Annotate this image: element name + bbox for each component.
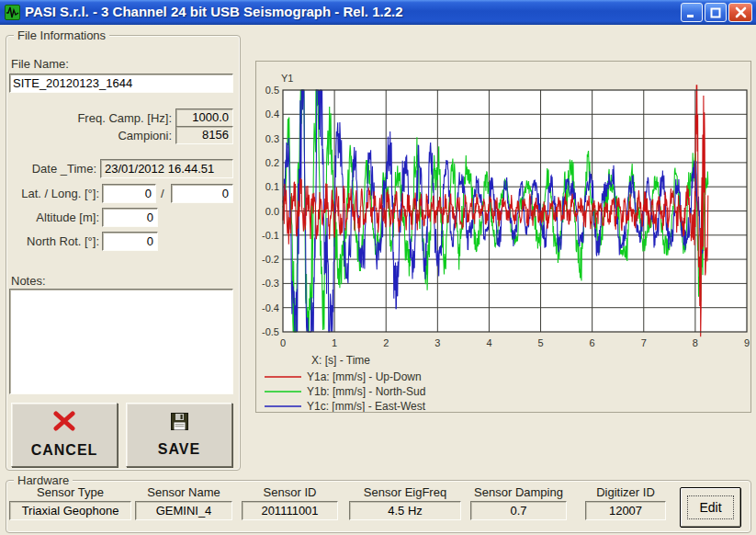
svg-text:0.0: 0.0 (265, 206, 279, 217)
svg-text:2: 2 (383, 337, 389, 348)
campioni-label: Campioni: (18, 129, 172, 142)
altitude-label: Altitude [m]: (0, 211, 99, 224)
sensor-damping-value: 0.7 (470, 501, 567, 520)
sensor-damping-label: Sensor Damping (470, 485, 567, 499)
maximize-button[interactable] (705, 3, 727, 22)
save-button-label: SAVE (158, 441, 200, 458)
longitude-input[interactable] (171, 184, 233, 203)
digitizer-id-label: Digitizer ID (585, 485, 666, 499)
sensor-name-label: Sensor Name (135, 485, 232, 499)
svg-text:7: 7 (641, 337, 647, 348)
sensor-name-value: GEMINI_4 (135, 501, 232, 520)
campioni-value: 8156 (175, 126, 233, 144)
freq-camp-label: Freq. Camp. [Hz]: (18, 111, 172, 125)
sensor-type-label: Sensor Type (9, 485, 131, 499)
cancel-button[interactable]: CANCEL (11, 403, 118, 467)
svg-text:-0.2: -0.2 (262, 254, 279, 265)
minimize-button[interactable] (681, 3, 703, 22)
svg-text:8: 8 (693, 337, 698, 348)
file-informations-title: File Informations (14, 28, 109, 42)
sensor-id-label: Sensor ID (242, 485, 338, 499)
svg-text:5: 5 (537, 337, 543, 348)
freq-camp-value: 1000.0 (175, 108, 233, 127)
svg-text:-0.4: -0.4 (262, 302, 279, 313)
lat-long-label: Lat. / Long. [°]: (0, 187, 99, 200)
notes-textarea[interactable] (9, 289, 233, 394)
altitude-input[interactable] (102, 208, 158, 227)
svg-text:Y1c: [mm/s] - East-West: Y1c: [mm/s] - East-West (307, 400, 426, 412)
svg-text:-0.1: -0.1 (262, 230, 279, 241)
svg-text:4: 4 (486, 337, 491, 348)
svg-text:0.1: 0.1 (265, 181, 279, 192)
sensor-id-value: 201111001 (242, 501, 338, 520)
svg-text:9: 9 (744, 337, 750, 348)
north-rot-input[interactable] (102, 232, 158, 251)
sensor-type-value: Triaxial Geophone (9, 501, 131, 520)
latitude-input[interactable] (102, 184, 156, 203)
file-name-label: File Name: (11, 57, 69, 71)
svg-text:X: [s] - Time: X: [s] - Time (311, 354, 370, 367)
svg-text:1: 1 (332, 337, 337, 348)
sensor-eigfreq-label: Sensor EigFreq (349, 485, 461, 499)
save-floppy-icon (171, 413, 188, 434)
cancel-x-icon (52, 411, 76, 435)
svg-text:0: 0 (280, 337, 286, 348)
lat-long-separator: / (161, 187, 164, 200)
app-seismograph-icon (5, 5, 20, 20)
svg-text:0.4: 0.4 (265, 108, 279, 120)
svg-text:0.3: 0.3 (265, 133, 279, 144)
seismogram-chart: Y10.50.40.30.20.10.0-0.1-0.2-0.3-0.4-0.5… (256, 62, 750, 412)
svg-text:0.2: 0.2 (265, 157, 279, 168)
close-button[interactable] (728, 3, 752, 22)
svg-text:Y1a: [mm/s] - Up-Down: Y1a: [mm/s] - Up-Down (307, 370, 422, 383)
svg-text:0.5: 0.5 (265, 85, 279, 96)
cancel-button-label: CANCEL (31, 442, 98, 459)
svg-text:6: 6 (590, 337, 595, 348)
svg-text:-0.5: -0.5 (262, 326, 279, 337)
svg-text:Y1: Y1 (281, 73, 293, 84)
notes-label: Notes: (11, 274, 46, 288)
north-rot-label: North Rot. [°]: (0, 234, 99, 248)
edit-button-label: Edit (687, 495, 733, 519)
svg-text:Y1b: [mm/s] - North-Sud: Y1b: [mm/s] - North-Sud (307, 385, 425, 398)
title-bar: PASI S.r.l. - 3 Channel 24 bit USB Seism… (0, 0, 756, 25)
file-name-input[interactable] (9, 74, 233, 93)
date-time-label: Date _Time: (7, 162, 96, 176)
sensor-eigfreq-value: 4.5 Hz (349, 501, 461, 520)
digitizer-id-value: 12007 (585, 501, 666, 520)
save-button[interactable]: SAVE (126, 403, 232, 467)
svg-text:3: 3 (434, 337, 440, 348)
edit-button[interactable]: Edit (680, 487, 741, 528)
svg-text:-0.3: -0.3 (262, 278, 279, 289)
date-time-value: 23/01/2012 16.44.51 (100, 159, 233, 178)
app-window: PASI S.r.l. - 3 Channel 24 bit USB Seism… (0, 0, 756, 535)
seismogram-chart-panel: Y10.50.40.30.20.10.0-0.1-0.2-0.3-0.4-0.5… (255, 61, 751, 413)
window-title: PASI S.r.l. - 3 Channel 24 bit USB Seism… (25, 0, 403, 24)
